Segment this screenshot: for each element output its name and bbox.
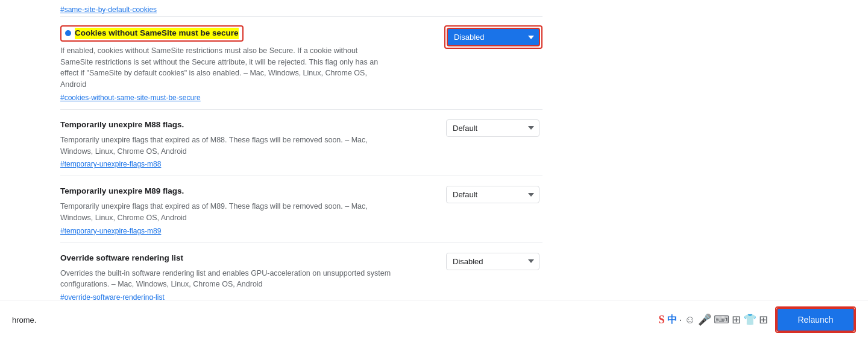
blue-dot-icon <box>65 30 71 36</box>
bottom-bar-text: hrome. <box>12 315 36 325</box>
flag-description-m89: Temporarily unexpire flags that expired … <box>60 201 392 224</box>
flag-item-override-rendering: Override software rendering list Overrid… <box>60 243 542 306</box>
flag-control-m89: Default Enabled Disabled <box>446 186 542 203</box>
tray-shirt-icon: 👕 <box>743 313 756 326</box>
flag-link-m89[interactable]: #temporary-unexpire-flags-m89 <box>60 227 161 235</box>
tray-grid-icon: ⊞ <box>732 313 741 326</box>
tray-grid2-icon: ⊞ <box>759 313 768 326</box>
flag-text-m88: Temporarily unexpire M88 flags. Temporar… <box>60 119 404 168</box>
flag-description-m88: Temporarily unexpire flags that expired … <box>60 135 392 157</box>
flag-item-m89: Temporarily unexpire M89 flags. Temporar… <box>60 176 542 239</box>
flag-title-m88: Temporarily unexpire M88 flags. <box>60 119 392 131</box>
tray-mic-icon: 🎤 <box>698 313 711 326</box>
same-site-by-default-link[interactable]: #same-site-by-default-cookies <box>60 5 157 14</box>
highlighted-title-box: Cookies without SameSite must be secure <box>60 25 244 42</box>
relaunch-button-wrapper: Relaunch <box>775 306 856 333</box>
flag-control-override: Disabled Enabled Default <box>446 253 542 270</box>
flag-select-override[interactable]: Disabled Enabled Default <box>446 253 539 270</box>
flag-item-m88: Temporarily unexpire M88 flags. Temporar… <box>60 110 542 173</box>
flag-control-cookies: Disabled Enabled Default <box>444 25 542 49</box>
top-link-section: #same-site-by-default-cookies <box>60 0 542 16</box>
flag-title-cookies: Cookies without SameSite must be secure <box>60 25 392 42</box>
flag-select-m88[interactable]: Default Enabled Disabled <box>446 119 539 137</box>
system-tray: S 中 · ☺ 🎤 ⌨ ⊞ 👕 ⊞ <box>659 313 768 326</box>
main-content: #same-site-by-default-cookies Cookies wi… <box>0 0 542 309</box>
tray-chinese-icon: 中 <box>667 314 677 326</box>
relaunch-button[interactable]: Relaunch <box>776 308 855 332</box>
flag-select-m89[interactable]: Default Enabled Disabled <box>446 186 539 203</box>
flag-title-m89: Temporarily unexpire M89 flags. <box>60 186 392 197</box>
flag-title-text-cookies: Cookies without SameSite must be secure <box>75 28 239 39</box>
bottom-bar: hrome. S 中 · ☺ 🎤 ⌨ ⊞ 👕 ⊞ Relaunch <box>0 300 868 339</box>
tray-dot-icon: · <box>679 314 682 326</box>
flag-item-cookies-without-samesite: Cookies without SameSite must be secure … <box>60 17 542 107</box>
flag-title-override: Override software rendering list <box>60 253 392 264</box>
tray-keyboard-icon: ⌨ <box>714 313 729 326</box>
flag-text-override: Override software rendering list Overrid… <box>60 253 404 302</box>
tray-sougou-icon: S <box>659 314 665 326</box>
page-container: #same-site-by-default-cookies Cookies wi… <box>0 0 868 339</box>
flag-text-m89: Temporarily unexpire M89 flags. Temporar… <box>60 186 404 235</box>
flag-link-m88[interactable]: #temporary-unexpire-flags-m88 <box>60 160 161 168</box>
flag-control-m88: Default Enabled Disabled <box>446 119 542 137</box>
flag-link-cookies[interactable]: #cookies-without-same-site-must-be-secur… <box>60 93 201 102</box>
flag-text-cookies: Cookies without SameSite must be secure … <box>60 25 404 102</box>
flag-description-cookies: If enabled, cookies without SameSite res… <box>60 45 392 90</box>
tray-emoji-icon: ☺ <box>685 314 696 326</box>
flag-select-cookies[interactable]: Disabled Enabled Default <box>447 28 540 46</box>
select-highlight-box-cookies: Disabled Enabled Default <box>444 25 542 49</box>
flag-description-override: Overrides the built-in software renderin… <box>60 268 392 291</box>
